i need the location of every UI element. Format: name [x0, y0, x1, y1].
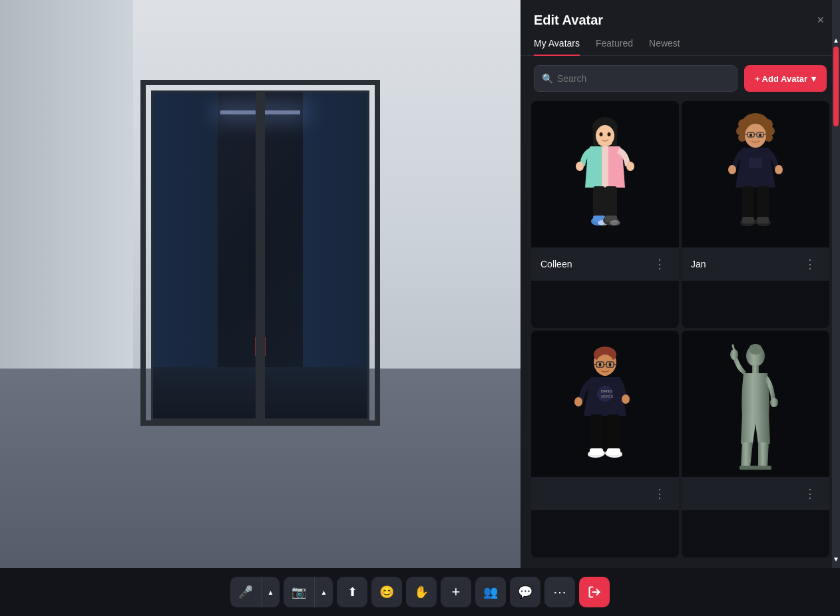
doorway	[140, 80, 380, 426]
svg-rect-11	[605, 186, 617, 220]
chat-button[interactable]: 💬	[510, 577, 540, 607]
svg-point-44	[596, 355, 614, 376]
svg-line-67	[733, 345, 734, 351]
camera-options-button[interactable]: ▲	[314, 577, 333, 607]
participants-button[interactable]: 👥	[475, 577, 506, 607]
avatar-grid: Colleen ⋮	[521, 101, 840, 568]
more-button[interactable]: +	[441, 577, 471, 607]
panel-actions: 🔍 + Add Avatar ▾	[521, 56, 840, 101]
search-input[interactable]	[534, 65, 737, 92]
search-input-wrap: 🔍	[534, 65, 737, 92]
svg-point-68	[770, 398, 778, 407]
svg-rect-33	[749, 158, 762, 168]
avatar-menu-4[interactable]: ⋮	[800, 485, 820, 502]
svg-point-34	[728, 165, 736, 174]
small-avatar	[250, 327, 270, 367]
camera-button-group: 📷 ▲	[284, 577, 333, 607]
avatar-menu-jan[interactable]: ⋮	[800, 255, 820, 273]
avatar-footer-4: ⋮	[682, 477, 829, 510]
small-avatar-legs	[250, 357, 270, 367]
svg-point-17	[610, 220, 620, 226]
options-button[interactable]: ⋯	[544, 577, 575, 607]
panel-close-button[interactable]: ×	[814, 11, 827, 30]
scene-left-wall	[0, 0, 133, 369]
svg-point-6	[608, 132, 611, 136]
svg-rect-69	[739, 466, 771, 470]
svg-text:BAND: BAND	[601, 389, 612, 393]
add-avatar-button[interactable]: + Add Avatar ▾	[744, 65, 827, 92]
svg-point-25	[745, 124, 766, 148]
svg-point-9	[626, 162, 634, 171]
svg-point-4	[596, 125, 614, 146]
avatar-footer-3: ⋮	[531, 477, 679, 510]
avatar-image-colleen	[531, 101, 679, 247]
inner-floor	[151, 367, 369, 420]
raise-hand-button[interactable]: ✋	[406, 577, 437, 607]
svg-point-5	[600, 132, 603, 136]
scrollbar-thumb[interactable]	[833, 47, 839, 126]
tab-my-avatars[interactable]: My Avatars	[534, 38, 580, 55]
mic-options-button[interactable]: ▲	[261, 577, 280, 607]
svg-point-32	[759, 134, 761, 137]
camera-button[interactable]: 📷	[284, 577, 314, 607]
svg-rect-62	[607, 448, 620, 455]
reactions-button[interactable]: 😊	[371, 577, 402, 607]
svg-rect-10	[593, 186, 605, 220]
inner-ceiling-light	[220, 110, 300, 114]
avatar-card-4[interactable]: ⋮	[682, 331, 829, 557]
svg-rect-58	[607, 414, 620, 452]
panel-tabs: My Avatars Featured Newest	[521, 30, 840, 56]
svg-rect-60	[590, 448, 603, 455]
scene-area	[0, 0, 521, 568]
leave-button[interactable]	[579, 577, 610, 607]
scrollbar-arrow-up[interactable]: ▲	[833, 37, 839, 44]
share-screen-button[interactable]: ⬆	[337, 577, 367, 607]
panel-title: Edit Avatar	[534, 13, 603, 28]
avatar-image-3: BAND MERCH	[531, 331, 679, 477]
toolbar: 🎤 ▲ 📷 ▲ ⬆ 😊 ✋ + 👥 💬 ⋯	[0, 568, 840, 616]
tab-newest[interactable]: Newest	[649, 38, 680, 55]
svg-rect-7	[602, 146, 608, 188]
svg-point-50	[599, 363, 602, 367]
add-avatar-chevron: ▾	[811, 74, 816, 84]
small-avatar-body	[255, 337, 266, 357]
edit-avatar-panel: ▲ ▼ Edit Avatar × My Avatars Featured Ne…	[521, 0, 840, 568]
svg-point-52	[597, 386, 613, 402]
svg-point-56	[622, 394, 630, 404]
tab-featured[interactable]: Featured	[596, 38, 633, 55]
search-icon: 🔍	[542, 73, 553, 84]
svg-point-55	[574, 397, 582, 406]
svg-point-8	[576, 162, 584, 171]
svg-rect-65	[752, 365, 759, 373]
svg-rect-36	[742, 186, 754, 221]
svg-point-64	[749, 344, 762, 355]
panel-scrollbar: ▲ ▼	[832, 0, 840, 568]
avatar-card-jan[interactable]: Jan ⋮	[682, 101, 829, 328]
svg-point-31	[749, 134, 752, 137]
scrollbar-arrow-down[interactable]: ▼	[833, 555, 839, 563]
avatar-image-4	[682, 331, 829, 477]
panel-header: Edit Avatar ×	[521, 0, 840, 30]
svg-rect-39	[742, 217, 754, 224]
avatar-card-colleen[interactable]: Colleen ⋮	[531, 101, 679, 328]
avatar-footer-jan: Jan ⋮	[682, 247, 829, 281]
doorway-inner	[151, 90, 369, 420]
mic-button-group: 🎤 ▲	[230, 577, 280, 607]
doorway-frame	[140, 80, 380, 426]
svg-rect-37	[757, 186, 769, 221]
avatar-name-jan: Jan	[691, 259, 706, 269]
svg-point-51	[609, 363, 612, 367]
avatar-card-3[interactable]: BAND MERCH	[531, 331, 679, 557]
svg-point-35	[775, 165, 783, 174]
mic-button[interactable]: 🎤	[230, 577, 261, 607]
svg-rect-57	[590, 414, 603, 452]
avatar-menu-3[interactable]: ⋮	[650, 485, 670, 502]
avatar-image-jan	[682, 101, 829, 247]
small-avatar-head	[256, 327, 264, 335]
svg-text:MERCH: MERCH	[601, 394, 614, 398]
avatar-footer-colleen: Colleen ⋮	[531, 247, 679, 281]
svg-rect-41	[757, 217, 769, 224]
avatar-menu-colleen[interactable]: ⋮	[650, 255, 670, 273]
avatar-name-colleen: Colleen	[540, 259, 572, 269]
